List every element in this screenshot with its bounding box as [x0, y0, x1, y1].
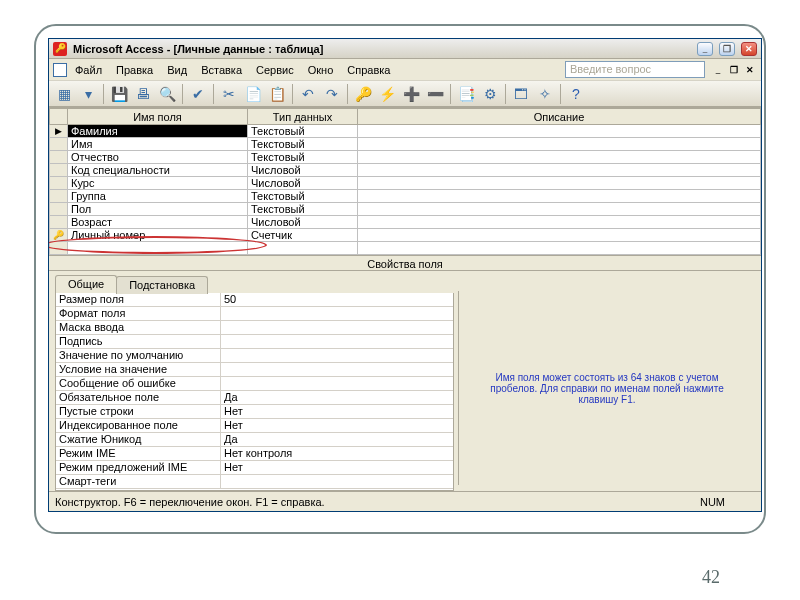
- data-type-cell[interactable]: [248, 242, 358, 255]
- property-value[interactable]: [221, 349, 453, 362]
- data-type-cell[interactable]: Текстовый: [248, 190, 358, 203]
- description-cell[interactable]: [358, 190, 761, 203]
- dropdown-icon[interactable]: ▾: [77, 83, 99, 105]
- row-selector[interactable]: ▶: [50, 125, 68, 138]
- property-value[interactable]: [221, 335, 453, 348]
- property-row: Обязательное полеДа: [56, 391, 453, 405]
- row-selector[interactable]: [50, 203, 68, 216]
- help-button[interactable]: ?: [565, 83, 587, 105]
- copy-button[interactable]: 📄: [242, 83, 264, 105]
- description-cell[interactable]: [358, 151, 761, 164]
- description-cell[interactable]: [358, 242, 761, 255]
- data-type-cell[interactable]: Текстовый: [248, 151, 358, 164]
- property-value[interactable]: Да: [221, 391, 453, 404]
- property-value[interactable]: [221, 321, 453, 334]
- field-name-cell[interactable]: Имя: [68, 138, 248, 151]
- col-data-type[interactable]: Тип данных: [248, 109, 358, 125]
- property-label: Смарт-теги: [56, 475, 221, 488]
- field-name-cell[interactable]: Курс: [68, 177, 248, 190]
- property-value[interactable]: [221, 363, 453, 376]
- menu-view[interactable]: Вид: [161, 62, 193, 78]
- status-num-lock: NUM: [700, 496, 725, 508]
- property-value[interactable]: Нет: [221, 419, 453, 432]
- print-button[interactable]: 🖶: [132, 83, 154, 105]
- description-cell[interactable]: [358, 203, 761, 216]
- field-name-cell[interactable]: Код специальности: [68, 164, 248, 177]
- description-cell[interactable]: [358, 216, 761, 229]
- data-type-cell[interactable]: Текстовый: [248, 203, 358, 216]
- primary-key-button[interactable]: 🔑: [352, 83, 374, 105]
- menu-insert[interactable]: Вставка: [195, 62, 248, 78]
- data-type-cell[interactable]: Текстовый: [248, 138, 358, 151]
- row-selector[interactable]: [50, 216, 68, 229]
- field-name-cell[interactable]: Пол: [68, 203, 248, 216]
- data-type-cell[interactable]: Счетчик: [248, 229, 358, 242]
- paste-button[interactable]: 📋: [266, 83, 288, 105]
- property-row: Размер поля50: [56, 293, 453, 307]
- new-object-button[interactable]: ✧: [534, 83, 556, 105]
- property-value[interactable]: Нет: [221, 461, 453, 474]
- row-selector[interactable]: 🔑: [50, 229, 68, 242]
- row-selector[interactable]: [50, 242, 68, 255]
- row-selector[interactable]: [50, 164, 68, 177]
- undo-button[interactable]: ↶: [297, 83, 319, 105]
- menu-window[interactable]: Окно: [302, 62, 340, 78]
- row-selector[interactable]: [50, 151, 68, 164]
- insert-rows-button[interactable]: ➕: [400, 83, 422, 105]
- doc-minimize-button[interactable]: _: [711, 63, 725, 77]
- data-type-cell[interactable]: Числовой: [248, 216, 358, 229]
- tab-lookup[interactable]: Подстановка: [116, 276, 208, 294]
- field-name-cell[interactable]: Личный номер: [68, 229, 248, 242]
- save-button[interactable]: 💾: [108, 83, 130, 105]
- build-button[interactable]: ⚙: [479, 83, 501, 105]
- property-value[interactable]: Да: [221, 433, 453, 446]
- help-pane: Имя поля может состоять из 64 знаков с у…: [458, 291, 755, 485]
- redo-button[interactable]: ↷: [321, 83, 343, 105]
- description-cell[interactable]: [358, 229, 761, 242]
- property-value[interactable]: Нет контроля: [221, 447, 453, 460]
- doc-close-button[interactable]: ✕: [743, 63, 757, 77]
- property-value[interactable]: [221, 377, 453, 390]
- minimize-button[interactable]: _: [697, 42, 713, 56]
- cut-button[interactable]: ✂: [218, 83, 240, 105]
- print-preview-button[interactable]: 🔍: [156, 83, 178, 105]
- col-description[interactable]: Описание: [358, 109, 761, 125]
- doc-restore-button[interactable]: ❐: [727, 63, 741, 77]
- row-selector[interactable]: [50, 177, 68, 190]
- menu-edit[interactable]: Правка: [110, 62, 159, 78]
- data-type-cell[interactable]: Числовой: [248, 177, 358, 190]
- row-selector[interactable]: [50, 190, 68, 203]
- field-name-cell[interactable]: Фамилия: [68, 125, 248, 138]
- description-cell[interactable]: [358, 164, 761, 177]
- row-selector[interactable]: [50, 138, 68, 151]
- spelling-button[interactable]: ✔: [187, 83, 209, 105]
- property-row: Условие на значение: [56, 363, 453, 377]
- close-button[interactable]: ✕: [741, 42, 757, 56]
- properties-button[interactable]: 📑: [455, 83, 477, 105]
- property-value[interactable]: [221, 475, 453, 488]
- field-name-cell[interactable]: Группа: [68, 190, 248, 203]
- data-type-cell[interactable]: Текстовый: [248, 125, 358, 138]
- property-value[interactable]: 50: [221, 293, 453, 306]
- menu-help[interactable]: Справка: [341, 62, 396, 78]
- data-type-cell[interactable]: Числовой: [248, 164, 358, 177]
- field-name-cell[interactable]: [68, 242, 248, 255]
- property-value[interactable]: Нет: [221, 405, 453, 418]
- view-mode-button[interactable]: ▦: [53, 83, 75, 105]
- description-cell[interactable]: [358, 125, 761, 138]
- menu-file[interactable]: Файл: [69, 62, 108, 78]
- field-name-cell[interactable]: Возраст: [68, 216, 248, 229]
- ask-question-input[interactable]: Введите вопрос: [565, 61, 705, 78]
- indexes-button[interactable]: ⚡: [376, 83, 398, 105]
- menu-service[interactable]: Сервис: [250, 62, 300, 78]
- col-field-name[interactable]: Имя поля: [68, 109, 248, 125]
- database-window-button[interactable]: 🗔: [510, 83, 532, 105]
- description-cell[interactable]: [358, 138, 761, 151]
- description-cell[interactable]: [358, 177, 761, 190]
- tab-general[interactable]: Общие: [55, 275, 117, 293]
- field-name-cell[interactable]: Отчество: [68, 151, 248, 164]
- delete-rows-button[interactable]: ➖: [424, 83, 446, 105]
- property-row: Индексированное полеНет: [56, 419, 453, 433]
- restore-button[interactable]: ❐: [719, 42, 735, 56]
- property-value[interactable]: [221, 307, 453, 320]
